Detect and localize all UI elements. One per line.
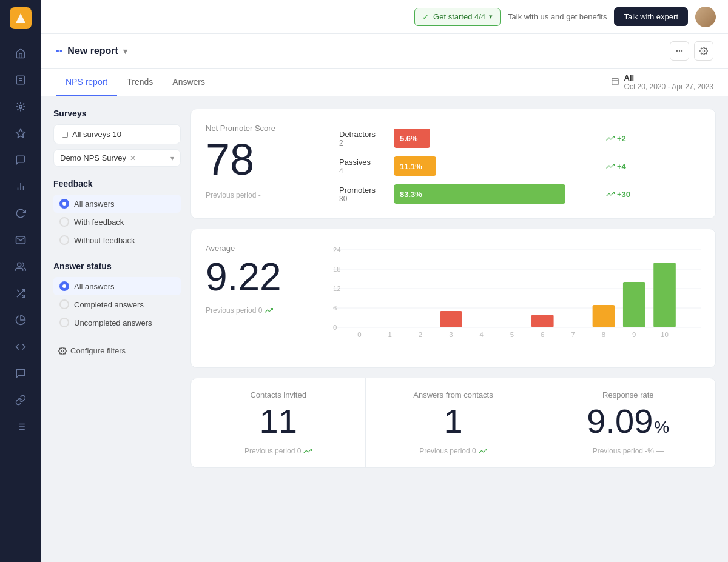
content-area: Surveys All surveys 10 Demo NPS Survey ✕…	[41, 96, 728, 480]
answer-status-section: Answer status All answers Completed answ…	[53, 261, 181, 332]
feedback-all-answers[interactable]: All answers	[53, 195, 181, 213]
tab-answers[interactable]: Answers	[163, 69, 215, 96]
svg-text:5: 5	[510, 332, 514, 338]
feedback-title: Feedback	[53, 179, 181, 189]
get-started-label: Get started 4/4	[433, 12, 485, 21]
status-completed[interactable]: Completed answers	[53, 295, 181, 313]
svg-rect-51	[531, 315, 554, 327]
svg-text:4: 4	[480, 332, 484, 338]
report-title-icon: ▪▪	[56, 45, 62, 56]
promo-text: Talk with us and get benefits	[508, 12, 607, 21]
nps-score: 78	[206, 138, 315, 181]
sidebar-item-list[interactable]	[8, 415, 33, 439]
svg-line-12	[17, 290, 19, 292]
sidebar-item-users[interactable]	[8, 255, 33, 279]
svg-rect-27	[62, 132, 68, 137]
get-started-button[interactable]: ✓ Get started 4/4 ▾	[414, 8, 500, 26]
sidebar-item-integrations[interactable]	[8, 95, 33, 119]
tab-trends[interactable]: Trends	[117, 69, 163, 96]
average-left: Average 9.22 Previous period 0	[206, 244, 315, 353]
talk-with-expert-button[interactable]: Talk with expert	[614, 7, 688, 26]
detractors-label: Detractors	[339, 130, 388, 139]
sidebar-item-home[interactable]	[8, 41, 33, 65]
radio-status-all	[59, 281, 69, 291]
filters-panel: Surveys All surveys 10 Demo NPS Survey ✕…	[53, 109, 181, 468]
feedback-without-feedback[interactable]: Without feedback	[53, 231, 181, 249]
date-range-label: All	[624, 73, 713, 82]
detractors-trend: +2	[606, 134, 636, 143]
sidebar-item-email[interactable]	[8, 228, 33, 252]
svg-rect-55	[593, 305, 615, 327]
report-settings-button[interactable]	[694, 41, 713, 61]
response-rate-pct-symbol: %	[654, 419, 669, 436]
bar-chart-svg: 24 18 12 6 0 0 1	[333, 244, 701, 341]
chevron-down-icon: ▾	[170, 154, 174, 162]
close-icon[interactable]: ✕	[130, 154, 136, 162]
report-title-text: New report	[67, 45, 118, 56]
sidebar-item-favorites[interactable]	[8, 121, 33, 146]
svg-text:0: 0	[333, 324, 337, 331]
all-surveys-tag: All surveys 10	[53, 124, 181, 144]
surveys-title: Surveys	[53, 109, 181, 118]
feedback-with-feedback[interactable]: With feedback	[53, 213, 181, 231]
tabs-list: NPS report Trends Answers	[56, 69, 215, 96]
response-rate-label: Response rate	[556, 390, 701, 400]
promoters-row: Promoters 30 83.3% +30	[339, 184, 701, 204]
tabs-bar: NPS report Trends Answers All Oct 20, 20…	[41, 69, 728, 96]
passives-count: 4	[339, 167, 388, 175]
detractors-bar-container: 5.6%	[394, 129, 600, 148]
nps-panel: Net Promoter Score 78 Previous period - …	[190, 109, 716, 219]
svg-text:1: 1	[388, 332, 392, 338]
sidebar-item-code[interactable]	[8, 335, 33, 359]
sidebar-item-pie[interactable]	[8, 308, 33, 332]
average-chart: 24 18 12 6 0 0 1	[333, 244, 701, 353]
report-settings-extra-button[interactable]	[670, 41, 689, 61]
surveys-section: Surveys All surveys 10 Demo NPS Survey ✕…	[53, 109, 181, 167]
detractors-count: 2	[339, 139, 388, 147]
status-all-answers[interactable]: All answers	[53, 277, 181, 295]
calendar-icon	[611, 77, 619, 87]
sidebar-item-chat[interactable]	[8, 148, 33, 172]
check-icon: ✓	[422, 12, 430, 22]
contacts-invited-label: Contacts invited	[206, 390, 351, 400]
svg-rect-57	[623, 282, 645, 327]
average-score: 9.22	[206, 258, 315, 296]
promoters-label: Promoters	[339, 186, 388, 195]
tab-nps-report[interactable]: NPS report	[56, 69, 117, 96]
svg-point-22	[703, 50, 705, 52]
nps-label: Net Promoter Score	[206, 124, 315, 133]
user-avatar[interactable]	[695, 7, 716, 27]
report-chevron-icon: ▾	[123, 47, 127, 56]
page: ▪▪ New report ▾ NPS report Trends Answer…	[41, 34, 728, 562]
sidebar-item-link[interactable]	[8, 388, 33, 412]
radio-completed	[59, 299, 69, 309]
average-previous: Previous period 0	[206, 306, 315, 315]
sidebar-item-surveys[interactable]	[8, 68, 33, 92]
response-rate-value: 9.09 %	[556, 404, 701, 438]
main-panels: Net Promoter Score 78 Previous period - …	[190, 109, 716, 468]
promoters-label-col: Promoters 30	[339, 186, 388, 203]
status-uncompleted[interactable]: Uncompleted answers	[53, 313, 181, 332]
svg-rect-59	[653, 263, 676, 327]
sidebar-item-refresh[interactable]	[8, 201, 33, 226]
svg-rect-23	[612, 78, 618, 85]
contacts-invited-value: 11	[206, 404, 351, 438]
configure-filters-button[interactable]: Configure filters	[53, 344, 181, 358]
svg-text:8: 8	[602, 332, 605, 338]
contacts-invited-prev: Previous period 0	[206, 447, 351, 455]
chevron-down-icon: ▾	[489, 13, 493, 21]
sidebar-item-shuffle[interactable]	[8, 281, 33, 306]
detractors-pct: 5.6%	[400, 134, 418, 143]
status-completed-label: Completed answers	[74, 300, 144, 309]
report-header: ▪▪ New report ▾	[41, 34, 728, 69]
report-actions	[670, 41, 713, 61]
survey-select[interactable]: Demo NPS Survey ✕ ▾	[53, 149, 181, 167]
sidebar-item-feedback2[interactable]	[8, 361, 33, 386]
radio-uncompleted	[59, 318, 69, 327]
detractors-row: Detractors 2 5.6% +2	[339, 129, 701, 148]
status-uncompleted-label: Uncompleted answers	[74, 318, 152, 327]
sidebar-item-analytics[interactable]	[8, 175, 33, 199]
date-range[interactable]: All Oct 20, 2020 - Apr 27, 2023	[611, 73, 713, 91]
report-title[interactable]: ▪▪ New report ▾	[56, 45, 127, 56]
svg-point-19	[679, 50, 679, 51]
